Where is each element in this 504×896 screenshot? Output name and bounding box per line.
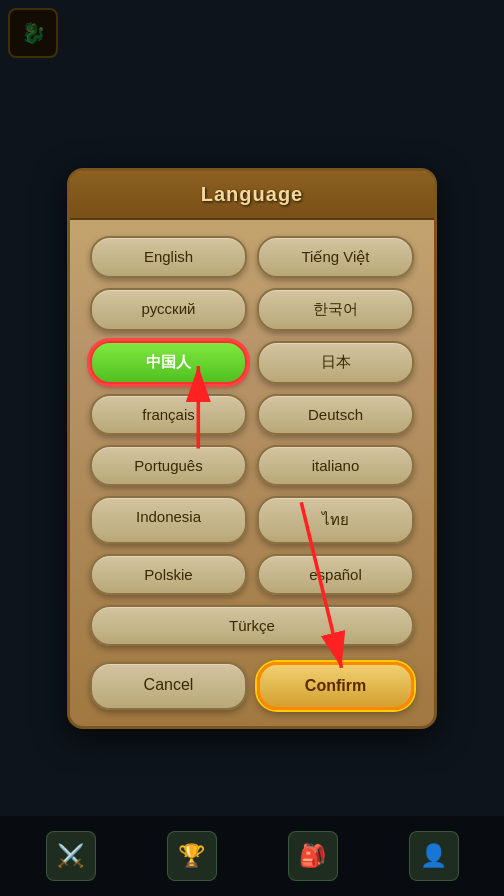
bottom-icon-3[interactable]: 🎒	[288, 831, 338, 881]
lang-btn-polish[interactable]: Polskie	[90, 554, 247, 595]
modal-overlay: Language EnglishTiếng Việtрусский한국어中国人日…	[0, 0, 504, 896]
lang-btn-portuguese[interactable]: Português	[90, 445, 247, 486]
modal-footer: Cancel Confirm	[70, 646, 434, 710]
lang-btn-thai[interactable]: ไทย	[257, 496, 414, 544]
lang-btn-french[interactable]: français	[90, 394, 247, 435]
modal-header: Language	[70, 171, 434, 220]
lang-btn-indonesian[interactable]: Indonesia	[90, 496, 247, 544]
bottom-icon-4[interactable]: 👤	[409, 831, 459, 881]
language-modal: Language EnglishTiếng Việtрусский한국어中国人日…	[67, 168, 437, 729]
lang-btn-italian[interactable]: italiano	[257, 445, 414, 486]
cancel-button[interactable]: Cancel	[90, 662, 247, 710]
modal-title: Language	[201, 183, 303, 205]
bottom-icon-2[interactable]: 🏆	[167, 831, 217, 881]
confirm-button[interactable]: Confirm	[257, 662, 414, 710]
lang-btn-korean[interactable]: 한국어	[257, 288, 414, 331]
lang-btn-japanese[interactable]: 日本	[257, 341, 414, 384]
bottom-bar: ⚔️ 🏆 🎒 👤	[0, 816, 504, 896]
lang-btn-german[interactable]: Deutsch	[257, 394, 414, 435]
lang-btn-vietnamese[interactable]: Tiếng Việt	[257, 236, 414, 278]
lang-btn-chinese[interactable]: 中国人	[90, 341, 247, 384]
lang-btn-spanish[interactable]: español	[257, 554, 414, 595]
lang-btn-turkish[interactable]: Türkçe	[90, 605, 414, 646]
language-grid: EnglishTiếng Việtрусский한국어中国人日本français…	[70, 220, 434, 646]
lang-btn-russian[interactable]: русский	[90, 288, 247, 331]
bottom-icon-1[interactable]: ⚔️	[46, 831, 96, 881]
lang-btn-english[interactable]: English	[90, 236, 247, 278]
